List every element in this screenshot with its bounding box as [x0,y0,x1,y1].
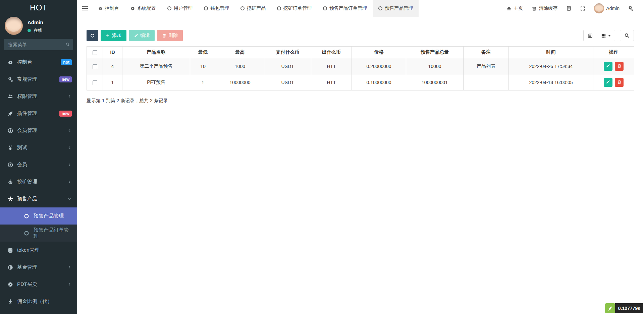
col-pay-coin[interactable]: 支付什么币 [264,47,311,58]
menu-search-input[interactable] [4,39,73,50]
sidebar-item-token[interactable]: token管理 [0,242,77,259]
trash-icon [162,34,166,38]
nav-tabs: 控制台 系统配置 用户管理 钱包管理 挖矿产品 挖矿订单管理 预售产品订单管理 [93,0,419,17]
table-toolbar: 添加 编辑 删除 [87,30,634,41]
rocket-icon [7,111,14,116]
user-circle-icon [7,128,14,133]
detail-view-button[interactable] [583,30,597,41]
circle-o-icon [323,6,327,10]
sidebar-item-mining[interactable]: 挖矿管理 [0,173,77,190]
new-badge: new [59,76,72,82]
user-circle-icon [7,162,14,168]
columns-grid-icon [601,33,606,38]
user-name: Admin [28,19,43,25]
table-row[interactable]: 1 PFT预售 1 10000000 USDT HTT 0.10000000 1… [87,74,634,90]
circle-o-icon [378,6,382,10]
circle-o-icon [204,6,208,10]
add-button[interactable]: 添加 [101,30,126,41]
sidebar-item-general[interactable]: 常规管理 new [0,71,77,88]
database-icon [7,248,14,253]
dashboard-icon [7,60,14,65]
sidebar-item-member[interactable]: 会员 [0,156,77,173]
row-delete-button[interactable] [615,62,624,71]
gears-icon [628,6,634,11]
fullscreen-button[interactable] [576,0,590,17]
gear-icon [130,6,135,11]
navbar-right: 主页 清除缓存 Admin [502,0,644,17]
col-price[interactable]: 价格 [352,47,406,58]
brand-title: HOT [0,0,77,15]
sidebar-item-addon[interactable]: 插件管理 new [0,105,77,122]
sidebar-toggle-button[interactable] [77,0,93,17]
sidebar-item-presale-order-manage[interactable]: 预售产品订单管理 [0,225,77,242]
row-delete-button[interactable] [615,78,624,87]
language-button[interactable] [562,0,576,17]
sidebar-item-presale[interactable]: 预售产品 [0,190,77,207]
row-edit-button[interactable] [604,78,612,87]
language-icon [566,6,572,11]
sidebar-item-presale-product-manage[interactable]: 预售产品管理 [0,207,77,225]
sidebar-item-fund[interactable]: 基金管理 [0,259,77,276]
tab-mining-product[interactable]: 挖矿产品 [235,0,271,17]
sidebar-item-test[interactable]: 测试 [0,139,77,156]
circle-o-icon [167,6,171,10]
presale-product-table: ID 产品名称 最低 最高 支付什么币 出什么币 价格 预售产品总量 备注 时间… [87,46,634,90]
edit-button[interactable]: 编辑 [129,30,155,41]
exec-time-widget: 0.127779s [605,303,643,313]
circle-o-icon [240,6,245,10]
circle-o-icon [277,6,281,10]
sidebar-item-pdt[interactable]: PDT买卖 [0,276,77,293]
profile-menu[interactable]: Admin [590,0,624,17]
chevron-left-icon [67,265,72,269]
refresh-button[interactable] [87,30,98,41]
col-total[interactable]: 预售产品总量 [406,47,464,58]
row-checkbox[interactable] [93,80,97,85]
tab-presale-order-manage[interactable]: 预售产品订单管理 [317,0,373,17]
online-dot-icon [28,29,31,32]
col-min[interactable]: 最低 [190,47,216,58]
thinkphp-icon[interactable] [605,303,615,313]
search-toggle-button[interactable] [620,30,634,41]
chevron-left-icon [67,145,72,150]
home-link[interactable]: 主页 [502,0,527,17]
clear-cache-button[interactable]: 清除缓存 [527,0,562,17]
child-icon [7,299,14,304]
refresh-icon [90,34,95,38]
trash-icon [532,6,537,11]
col-max[interactable]: 最高 [216,47,264,58]
sidebar-item-commission[interactable]: 佣金比例（代） [0,293,77,310]
col-product-name[interactable]: 产品名称 [122,47,190,58]
search-icon [624,33,630,38]
col-remark[interactable]: 备注 [464,47,509,58]
user-avatar[interactable] [5,17,23,35]
table-header-row: ID 产品名称 最低 最高 支付什么币 出什么币 价格 预售产品总量 备注 时间… [87,47,634,58]
tab-presale-product-manage[interactable]: 预售产品管理 [373,0,419,17]
sidebar-item-member-manage[interactable]: 会员管理 [0,122,77,139]
chevron-down-icon [67,197,72,201]
col-id[interactable]: ID [103,47,122,58]
chevron-left-icon [67,180,72,184]
adjust-icon [7,265,14,270]
tab-console[interactable]: 控制台 [93,0,125,17]
row-edit-button[interactable] [604,62,612,71]
row-checkbox[interactable] [93,64,97,69]
tab-wallet-manage[interactable]: 钱包管理 [198,0,235,17]
tab-user-manage[interactable]: 用户管理 [162,0,198,17]
select-all-checkbox[interactable] [93,50,97,55]
circle-o-icon [23,231,30,236]
plus-icon [106,34,110,38]
sidebar-item-console[interactable]: 控制台 hot [0,54,77,71]
tab-system-config[interactable]: 系统配置 [125,0,162,17]
tab-mining-order[interactable]: 挖矿订单管理 [271,0,317,17]
chevron-left-icon [67,94,72,99]
settings-button[interactable] [624,0,638,17]
delete-button[interactable]: 删除 [157,30,183,41]
chevron-left-icon [67,163,72,167]
col-time[interactable]: 时间 [509,47,593,58]
caret-down-icon [608,35,611,37]
columns-button[interactable] [597,30,615,41]
chevron-left-icon [67,282,72,287]
sidebar-item-auth[interactable]: 权限管理 [0,88,77,105]
col-out-coin[interactable]: 出什么币 [311,47,352,58]
table-row[interactable]: 4 第二个产品预售 10 1000 USDT HTT 0.20000000 10… [87,58,634,74]
